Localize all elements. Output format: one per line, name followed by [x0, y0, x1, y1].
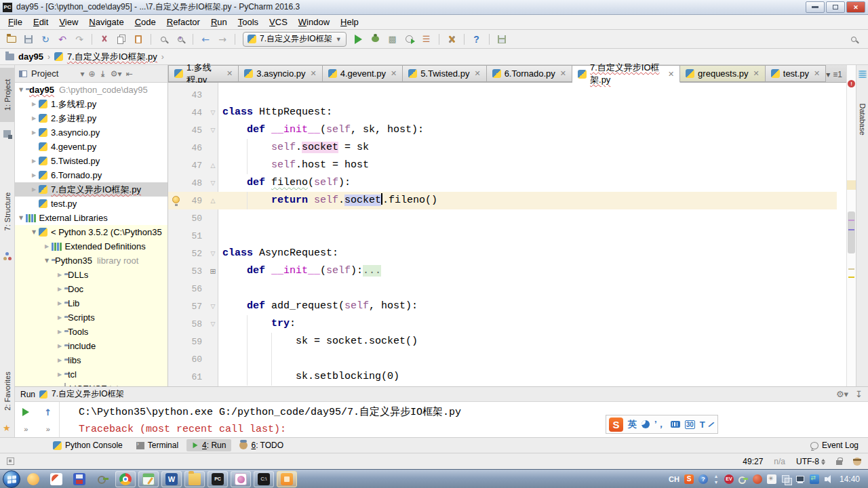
tree-row[interactable]: ▶7.自定义异步IO框架.py	[15, 182, 167, 197]
gear-icon[interactable]: ⚙▾	[111, 69, 122, 79]
close-tab-icon[interactable]: ✕	[753, 69, 760, 78]
code-line[interactable]: 60	[168, 350, 837, 368]
replace-button[interactable]	[173, 32, 188, 47]
editor-tab[interactable]: 4.gevent.py✕	[323, 65, 403, 82]
current-line-stripe-mark[interactable]	[847, 180, 856, 190]
tree-row[interactable]: ▶tcl	[15, 367, 167, 382]
tree-row[interactable]: ▶Tools	[15, 325, 167, 339]
taskbar-app-cmd[interactable]: C:\	[254, 471, 274, 487]
breadcrumb-file[interactable]: 7.自定义异步IO框架.py	[67, 51, 157, 63]
transfer-tray-icon[interactable]	[810, 474, 819, 484]
close-tab-icon[interactable]: ✕	[560, 69, 566, 78]
open-button[interactable]	[4, 32, 19, 47]
app-tray-icon[interactable]	[767, 474, 776, 484]
stripe-mark[interactable]	[848, 268, 854, 270]
locate-icon[interactable]: ⊕	[89, 69, 96, 79]
fold-marker-icon[interactable]: △	[208, 162, 218, 169]
intention-bulb-icon[interactable]	[172, 196, 180, 203]
sogou-tray-icon[interactable]: S	[684, 474, 694, 484]
toolwindow-button-terminal[interactable]: Terminal	[131, 439, 184, 451]
stripe-mark[interactable]	[848, 229, 854, 230]
tree-row[interactable]: ▶Extended Definitions	[15, 239, 167, 253]
close-button[interactable]: ✕	[846, 1, 865, 13]
taskbar-app-chrome[interactable]	[115, 471, 136, 487]
run-console-output[interactable]: C:\Python35\python.exe G:/python_code/da…	[60, 402, 868, 437]
tree-collapse-arrow-icon[interactable]: ▶	[31, 115, 37, 121]
editor-tab[interactable]: 1.多线程.py✕	[168, 65, 239, 82]
toolwindow-button-todo[interactable]: 6: TODO	[234, 439, 289, 451]
code-editor[interactable]: 4344▽class HttpRequest:45▽ def __init__(…	[168, 83, 837, 386]
sidebar-tab-favorites[interactable]: 2: Favorites	[0, 362, 15, 420]
rerun-button[interactable]	[22, 408, 29, 416]
fold-marker-icon[interactable]: ▽	[208, 250, 218, 257]
more-actions-button[interactable]: »	[24, 425, 28, 433]
editor-tab[interactable]: 6.Tornado.py✕	[487, 65, 572, 82]
tree-collapse-arrow-icon[interactable]: ▶	[31, 101, 37, 107]
code-line[interactable]: 51	[168, 227, 837, 245]
tree-row[interactable]: ▼Python35library root	[15, 253, 167, 268]
hector-inspector-icon[interactable]	[853, 458, 861, 466]
ime-skin-icon[interactable]: T	[700, 420, 705, 430]
code-line[interactable]: 44▽class HttpRequest:	[168, 104, 837, 121]
vpn-tray-icon[interactable]: EV	[724, 474, 734, 484]
code-line[interactable]: 53⊞ def __init__(self):...	[168, 262, 837, 280]
taskbar-app-explorer[interactable]	[184, 471, 205, 487]
tree-collapse-arrow-icon[interactable]: ▶	[31, 158, 37, 164]
tree-row[interactable]: ▼day95G:\python_code\day95	[15, 83, 167, 97]
find-button[interactable]	[156, 32, 171, 47]
editor-scrollbar-thumb[interactable]	[848, 211, 855, 253]
code-line[interactable]: 57▽ def add_request(self, host):	[168, 298, 837, 315]
taskbar-app-save[interactable]	[69, 471, 90, 487]
tree-expand-arrow-icon[interactable]: ▼	[18, 87, 24, 93]
tree-row[interactable]: ▶1.多线程.py	[15, 97, 167, 111]
code-line[interactable]: 47△ self.host = host	[168, 157, 837, 174]
tab-overflow-controls[interactable]: ▾≡1	[826, 70, 846, 82]
tree-row[interactable]: test.py	[15, 197, 167, 211]
save-all-button[interactable]	[21, 32, 36, 47]
forward-button[interactable]: →	[215, 32, 230, 47]
close-tab-icon[interactable]: ✕	[668, 70, 674, 79]
run-settings-gear-icon[interactable]: ⚙▾	[836, 389, 848, 399]
tree-row[interactable]: ▶5.Twisted.py	[15, 154, 167, 168]
hide-panel-icon[interactable]: ⇤	[125, 69, 132, 79]
tray-expand-icon[interactable]: ▴▾	[713, 473, 719, 485]
menu-item-window[interactable]: Window	[293, 16, 335, 28]
close-tab-icon[interactable]: ✕	[814, 69, 820, 78]
taskbar-app-sogou[interactable]	[277, 471, 297, 487]
tree-expand-arrow-icon[interactable]: ▼	[31, 229, 37, 235]
code-line[interactable]: 48▽ def fileno(self):	[168, 174, 837, 192]
debug-button[interactable]	[368, 32, 383, 47]
tree-row[interactable]: ▶libs	[15, 353, 167, 367]
code-line[interactable]: 49△ return self.socket.fileno()	[168, 192, 837, 209]
run-button[interactable]	[351, 32, 366, 47]
run-configuration-select[interactable]: 7.自定义异步IO框架 ▼	[243, 32, 347, 47]
sogou-logo-icon[interactable]: S	[609, 418, 623, 432]
close-tab-icon[interactable]: ✕	[310, 69, 316, 78]
code-line[interactable]: 59 sk = socket.socket()	[168, 333, 837, 350]
code-line[interactable]: 50	[168, 209, 837, 227]
taskbar-clock[interactable]: 14:40	[840, 474, 860, 484]
more-actions-button[interactable]: »	[46, 425, 50, 433]
settings-button[interactable]	[444, 32, 459, 47]
fold-marker-icon[interactable]: △	[208, 197, 218, 204]
menu-item-tools[interactable]: Tools	[233, 16, 264, 28]
toolwindow-button-run[interactable]: 4: Run	[186, 439, 231, 451]
tree-row[interactable]: ▶Doc	[15, 282, 167, 296]
code-line[interactable]: 58▽ try:	[168, 315, 837, 333]
menu-item-view[interactable]: View	[54, 16, 83, 28]
close-tab-icon[interactable]: ✕	[474, 69, 480, 78]
tree-row[interactable]: ▶Scripts	[15, 310, 167, 325]
tree-collapse-arrow-icon[interactable]: ▶	[56, 300, 63, 306]
taskbar-app-key[interactable]	[92, 471, 113, 487]
help-button[interactable]: ?	[469, 32, 484, 47]
stripe-mark[interactable]	[848, 277, 854, 278]
tree-expand-arrow-icon[interactable]: ▼	[18, 215, 24, 221]
code-line[interactable]: 43	[168, 86, 837, 104]
coverage-button[interactable]: ▩	[385, 32, 400, 47]
search-everywhere-button[interactable]	[846, 32, 861, 47]
tree-collapse-arrow-icon[interactable]: ▶	[31, 172, 37, 178]
fold-marker-icon[interactable]: ▽	[208, 321, 218, 327]
tree-row[interactable]: ▶3.asyncio.py	[15, 125, 167, 140]
tree-row[interactable]: ▼< Python 3.5.2 (C:\Python35	[15, 225, 167, 239]
collapse-all-icon[interactable]: ⇥	[98, 70, 108, 77]
